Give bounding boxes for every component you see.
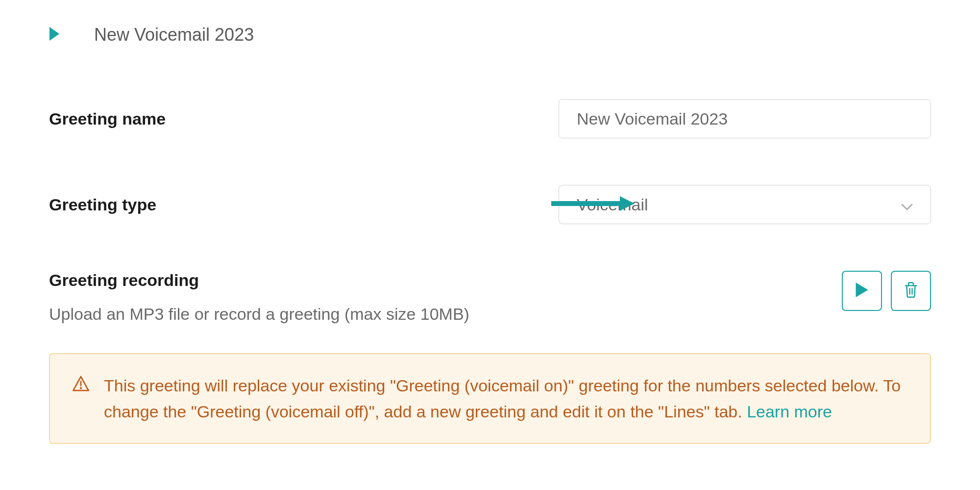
greeting-recording-label: Greeting recording [49,271,469,290]
warning-icon [73,376,89,393]
learn-more-link[interactable]: Learn more [747,402,832,421]
greeting-recording-hint: Upload an MP3 file or record a greeting … [49,305,469,324]
callout-arrow-icon [551,195,635,214]
svg-point-8 [80,387,81,388]
greeting-name-input[interactable] [559,99,931,138]
play-icon [856,283,868,299]
greeting-settings-panel: New Voicemail 2023 Greeting name Greetin… [0,0,980,444]
greeting-type-label: Greeting type [49,195,156,214]
greeting-recording-text: Greeting recording Upload an MP3 file or… [49,271,469,324]
greeting-name-row: Greeting name [49,99,931,138]
page-title: New Voicemail 2023 [94,25,254,45]
greeting-recording-row: Greeting recording Upload an MP3 file or… [49,271,931,324]
greeting-type-row: Greeting type Voicemail [49,185,931,224]
warning-alert: This greeting will replace your existing… [49,353,931,444]
svg-marker-0 [49,27,59,41]
trash-icon [904,282,918,300]
play-recording-button[interactable] [842,271,882,311]
svg-marker-3 [856,283,868,297]
greeting-recording-actions [842,271,931,311]
svg-marker-2 [620,196,635,211]
warning-text: This greeting will replace your existing… [104,373,907,424]
chevron-down-icon [901,195,913,214]
delete-recording-button[interactable] [891,271,931,311]
panel-header: New Voicemail 2023 [49,25,931,45]
greeting-name-label: Greeting name [49,109,166,129]
expand-icon[interactable] [49,27,60,43]
